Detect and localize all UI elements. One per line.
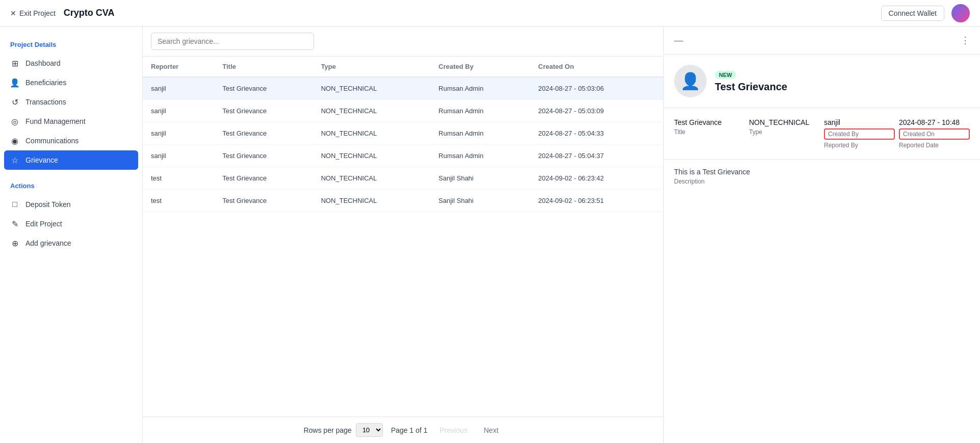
sidebar-item-deposit-token[interactable]: □ Deposit Token xyxy=(0,195,142,214)
minimize-icon[interactable]: — xyxy=(674,35,683,46)
description-value: This is a Test Grievance xyxy=(674,168,970,176)
detail-description: This is a Test Grievance Description xyxy=(664,160,980,193)
cell-type: NON_TECHNICAL xyxy=(313,122,430,145)
meta-created-by-value: sanjil xyxy=(824,118,895,126)
sidebar-item-label: Dashboard xyxy=(25,59,61,67)
detail-header: — ⋮ xyxy=(664,27,980,55)
transactions-icon: ↺ xyxy=(10,97,19,107)
project-title: Crypto CVA xyxy=(64,8,115,18)
content-area: Reporter Title Type Created By Created O… xyxy=(143,27,980,443)
table-row[interactable]: sanjil Test Grievance NON_TECHNICAL Rums… xyxy=(143,77,663,100)
rows-per-page-label: Rows per page xyxy=(303,426,351,434)
grievance-avatar: 👤 xyxy=(674,65,707,97)
cell-created-by: Rumsan Admin xyxy=(430,100,530,122)
more-options-icon[interactable]: ⋮ xyxy=(961,35,970,46)
sidebar-item-label: Transactions xyxy=(25,98,66,106)
sidebar-item-label: Fund Management xyxy=(25,117,86,125)
reported-by-label: Reported By xyxy=(824,142,895,149)
table-row[interactable]: sanjil Test Grievance NON_TECHNICAL Rums… xyxy=(143,145,663,167)
cell-title: Test Grievance xyxy=(214,77,313,100)
meta-type-value: NON_TECHNICAL xyxy=(749,118,820,126)
sidebar-item-transactions[interactable]: ↺ Transactions xyxy=(0,92,142,112)
rows-per-page-selector: Rows per page 10 25 50 xyxy=(303,423,382,437)
sidebar-item-beneficiaries[interactable]: 👤 Beneficiaries xyxy=(0,73,142,92)
meta-created-on-value: 2024-08-27 - 10:48 xyxy=(899,118,970,126)
main-layout: Project Details ⊞ Dashboard 👤 Beneficiar… xyxy=(0,27,980,443)
table-header: Reporter Title Type Created By Created O… xyxy=(143,57,663,77)
sidebar-item-edit-project[interactable]: ✎ Edit Project xyxy=(0,214,142,233)
detail-grievance-header: 👤 NEW Test Grievance xyxy=(664,55,980,108)
cell-type: NON_TECHNICAL xyxy=(313,77,430,100)
sidebar: Project Details ⊞ Dashboard 👤 Beneficiar… xyxy=(0,27,143,443)
table-row[interactable]: test Test Grievance NON_TECHNICAL Sanjil… xyxy=(143,167,663,190)
detail-title-block: NEW Test Grievance xyxy=(715,70,787,93)
meta-type-label: Type xyxy=(749,128,820,136)
cell-created-by: Sanjil Shahi xyxy=(430,190,530,212)
cell-reporter: test xyxy=(143,190,214,212)
actions-section-title: Actions xyxy=(0,182,142,195)
cell-title: Test Grievance xyxy=(214,145,313,167)
dashboard-icon: ⊞ xyxy=(10,59,19,68)
created-by-label: Created By xyxy=(824,128,895,140)
table-row[interactable]: test Test Grievance NON_TECHNICAL Sanjil… xyxy=(143,190,663,212)
x-icon: ✕ xyxy=(10,9,16,17)
detail-meta: Test Grievance Title NON_TECHNICAL Type … xyxy=(664,108,980,160)
cell-reporter: sanjil xyxy=(143,145,214,167)
cell-created-on: 2024-08-27 - 05:03:06 xyxy=(530,77,663,100)
beneficiaries-icon: 👤 xyxy=(10,78,19,87)
add-grievance-icon: ⊕ xyxy=(10,239,19,248)
topbar-right: Connect Wallet xyxy=(881,4,970,22)
table-row[interactable]: sanjil Test Grievance NON_TECHNICAL Rums… xyxy=(143,122,663,145)
previous-button[interactable]: Previous xyxy=(435,424,471,436)
project-details-section-title: Project Details xyxy=(0,41,142,54)
sidebar-item-add-grievance[interactable]: ⊕ Add grievance xyxy=(0,233,142,253)
table-row[interactable]: sanjil Test Grievance NON_TECHNICAL Rums… xyxy=(143,100,663,122)
col-created-on: Created On xyxy=(530,57,663,77)
next-button[interactable]: Next xyxy=(480,424,503,436)
cell-reporter: sanjil xyxy=(143,122,214,145)
edit-project-icon: ✎ xyxy=(10,219,19,228)
col-title: Title xyxy=(214,57,313,77)
cell-created-on: 2024-08-27 - 05:04:37 xyxy=(530,145,663,167)
meta-title-label: Title xyxy=(674,128,745,136)
cell-reporter: sanjil xyxy=(143,77,214,100)
meta-created-on: 2024-08-27 - 10:48 Created On Reported D… xyxy=(899,118,970,149)
meta-title-value: Test Grievance xyxy=(674,118,745,126)
cell-created-by: Rumsan Admin xyxy=(430,77,530,100)
cell-created-by: Rumsan Admin xyxy=(430,145,530,167)
actions-section: Actions □ Deposit Token ✎ Edit Project ⊕… xyxy=(0,178,142,253)
sidebar-item-label: Grievance xyxy=(25,156,58,164)
reported-date-label: Reported Date xyxy=(899,142,970,149)
grievance-table: Reporter Title Type Created By Created O… xyxy=(143,57,663,212)
cell-created-on: 2024-08-27 - 05:03:09 xyxy=(530,100,663,122)
sidebar-item-grievance[interactable]: ☆ Grievance xyxy=(4,150,138,170)
cell-title: Test Grievance xyxy=(214,100,313,122)
deposit-token-icon: □ xyxy=(10,200,19,209)
pagination: Rows per page 10 25 50 Page 1 of 1 Previ… xyxy=(143,416,663,443)
col-created-by: Created By xyxy=(430,57,530,77)
cell-reporter: test xyxy=(143,167,214,190)
table-wrapper[interactable]: Reporter Title Type Created By Created O… xyxy=(143,57,663,416)
grievance-icon: ☆ xyxy=(10,155,19,165)
exit-project-button[interactable]: ✕ Exit Project xyxy=(10,9,56,17)
detail-grievance-title: Test Grievance xyxy=(715,81,787,93)
col-reporter: Reporter xyxy=(143,57,214,77)
col-type: Type xyxy=(313,57,430,77)
sidebar-item-label: Communications xyxy=(25,137,79,145)
cell-created-by: Rumsan Admin xyxy=(430,122,530,145)
connect-wallet-button[interactable]: Connect Wallet xyxy=(881,6,944,21)
cell-created-on: 2024-08-27 - 05:04:33 xyxy=(530,122,663,145)
description-label: Description xyxy=(674,178,970,185)
status-badge: NEW xyxy=(715,71,736,79)
meta-type: NON_TECHNICAL Type xyxy=(749,118,820,149)
search-input[interactable] xyxy=(151,33,314,50)
sidebar-item-dashboard[interactable]: ⊞ Dashboard xyxy=(0,54,142,73)
user-avatar[interactable] xyxy=(951,4,970,22)
search-bar xyxy=(143,27,663,57)
meta-grievance-title: Test Grievance Title xyxy=(674,118,745,149)
detail-panel: — ⋮ 👤 NEW Test Grievance Test Grievance … xyxy=(664,27,980,443)
rows-per-page-select[interactable]: 10 25 50 xyxy=(356,423,383,437)
sidebar-item-fund-management[interactable]: ◎ Fund Management xyxy=(0,112,142,131)
sidebar-item-communications[interactable]: ◉ Communications xyxy=(0,131,142,150)
sidebar-item-label: Beneficiaries xyxy=(25,79,66,87)
